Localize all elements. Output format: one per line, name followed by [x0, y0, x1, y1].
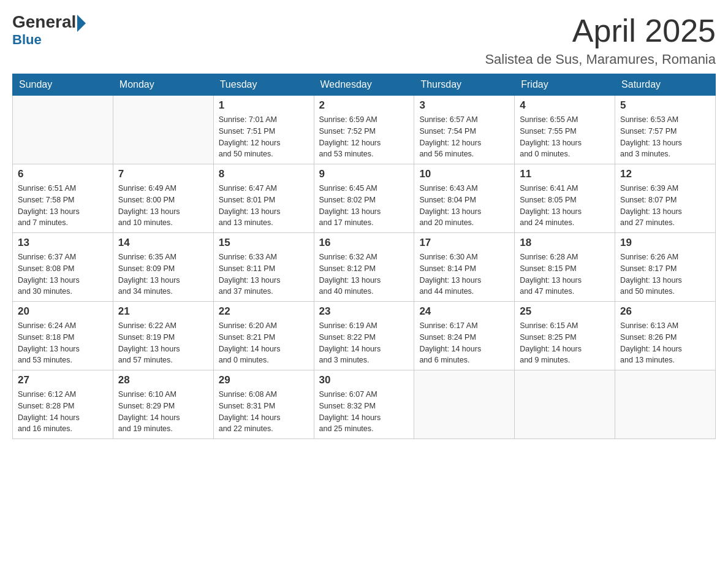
- calendar-cell: 26Sunrise: 6:13 AM Sunset: 8:26 PM Dayli…: [615, 302, 716, 370]
- calendar-cell: 15Sunrise: 6:33 AM Sunset: 8:11 PM Dayli…: [213, 233, 314, 302]
- day-number: 10: [419, 168, 509, 180]
- calendar-cell: 17Sunrise: 6:30 AM Sunset: 8:14 PM Dayli…: [414, 233, 515, 302]
- logo-arrow-icon: [77, 15, 86, 32]
- calendar-cell: 14Sunrise: 6:35 AM Sunset: 8:09 PM Dayli…: [113, 233, 213, 302]
- day-info: Sunrise: 6:17 AM Sunset: 8:24 PM Dayligh…: [419, 320, 509, 366]
- day-info: Sunrise: 7:01 AM Sunset: 7:51 PM Dayligh…: [219, 114, 309, 160]
- day-info: Sunrise: 6:47 AM Sunset: 8:01 PM Dayligh…: [219, 183, 309, 229]
- calendar-cell: [13, 96, 113, 164]
- calendar-week-1: 1Sunrise: 7:01 AM Sunset: 7:51 PM Daylig…: [13, 96, 716, 164]
- calendar-cell: 9Sunrise: 6:45 AM Sunset: 8:02 PM Daylig…: [314, 164, 414, 233]
- calendar-cell: [414, 370, 515, 439]
- day-number: 23: [319, 305, 409, 318]
- month-title: April 2025: [485, 12, 716, 49]
- day-number: 25: [520, 305, 610, 318]
- day-number: 20: [18, 305, 108, 318]
- calendar-cell: 21Sunrise: 6:22 AM Sunset: 8:19 PM Dayli…: [113, 302, 213, 370]
- calendar-cell: 18Sunrise: 6:28 AM Sunset: 8:15 PM Dayli…: [515, 233, 615, 302]
- calendar-week-2: 6Sunrise: 6:51 AM Sunset: 7:58 PM Daylig…: [13, 164, 716, 233]
- day-number: 12: [620, 168, 710, 180]
- day-info: Sunrise: 6:53 AM Sunset: 7:57 PM Dayligh…: [620, 114, 710, 160]
- weekday-header-tuesday: Tuesday: [213, 74, 314, 96]
- calendar-cell: 1Sunrise: 7:01 AM Sunset: 7:51 PM Daylig…: [213, 96, 314, 164]
- title-section: April 2025 Salistea de Sus, Maramures, R…: [485, 12, 716, 67]
- calendar-cell: 10Sunrise: 6:43 AM Sunset: 8:04 PM Dayli…: [414, 164, 515, 233]
- weekday-header-wednesday: Wednesday: [314, 74, 414, 96]
- day-number: 8: [219, 168, 309, 180]
- logo-blue-text: Blue: [12, 32, 42, 48]
- day-info: Sunrise: 6:07 AM Sunset: 8:32 PM Dayligh…: [319, 389, 409, 435]
- day-info: Sunrise: 6:13 AM Sunset: 8:26 PM Dayligh…: [620, 320, 710, 366]
- calendar-cell: [113, 96, 213, 164]
- calendar-cell: 23Sunrise: 6:19 AM Sunset: 8:22 PM Dayli…: [314, 302, 414, 370]
- calendar-cell: 4Sunrise: 6:55 AM Sunset: 7:55 PM Daylig…: [515, 96, 615, 164]
- day-number: 21: [118, 305, 208, 318]
- day-number: 29: [219, 374, 309, 386]
- calendar-cell: 5Sunrise: 6:53 AM Sunset: 7:57 PM Daylig…: [615, 96, 716, 164]
- calendar-cell: 30Sunrise: 6:07 AM Sunset: 8:32 PM Dayli…: [314, 370, 414, 439]
- calendar-cell: 19Sunrise: 6:26 AM Sunset: 8:17 PM Dayli…: [615, 233, 716, 302]
- calendar-cell: 25Sunrise: 6:15 AM Sunset: 8:25 PM Dayli…: [515, 302, 615, 370]
- calendar-cell: 11Sunrise: 6:41 AM Sunset: 8:05 PM Dayli…: [515, 164, 615, 233]
- day-info: Sunrise: 6:15 AM Sunset: 8:25 PM Dayligh…: [520, 320, 610, 366]
- day-info: Sunrise: 6:24 AM Sunset: 8:18 PM Dayligh…: [18, 320, 108, 366]
- day-number: 15: [219, 237, 309, 249]
- calendar-cell: 29Sunrise: 6:08 AM Sunset: 8:31 PM Dayli…: [213, 370, 314, 439]
- day-number: 6: [18, 168, 108, 180]
- calendar-cell: 6Sunrise: 6:51 AM Sunset: 7:58 PM Daylig…: [13, 164, 113, 233]
- day-number: 14: [118, 237, 208, 249]
- day-info: Sunrise: 6:59 AM Sunset: 7:52 PM Dayligh…: [319, 114, 409, 160]
- logo: General Blue: [12, 12, 86, 48]
- day-number: 26: [620, 305, 710, 318]
- calendar-week-5: 27Sunrise: 6:12 AM Sunset: 8:28 PM Dayli…: [13, 370, 716, 439]
- day-info: Sunrise: 6:26 AM Sunset: 8:17 PM Dayligh…: [620, 251, 710, 297]
- calendar-cell: 7Sunrise: 6:49 AM Sunset: 8:00 PM Daylig…: [113, 164, 213, 233]
- day-info: Sunrise: 6:08 AM Sunset: 8:31 PM Dayligh…: [219, 389, 309, 435]
- day-number: 7: [118, 168, 208, 180]
- calendar-cell: 27Sunrise: 6:12 AM Sunset: 8:28 PM Dayli…: [13, 370, 113, 439]
- calendar-cell: [515, 370, 615, 439]
- day-info: Sunrise: 6:45 AM Sunset: 8:02 PM Dayligh…: [319, 183, 409, 229]
- weekday-header-sunday: Sunday: [13, 74, 113, 96]
- calendar-cell: 28Sunrise: 6:10 AM Sunset: 8:29 PM Dayli…: [113, 370, 213, 439]
- calendar-cell: [615, 370, 716, 439]
- day-info: Sunrise: 6:12 AM Sunset: 8:28 PM Dayligh…: [18, 389, 108, 435]
- weekday-header-friday: Friday: [515, 74, 615, 96]
- day-number: 3: [419, 99, 509, 112]
- calendar-cell: 24Sunrise: 6:17 AM Sunset: 8:24 PM Dayli…: [414, 302, 515, 370]
- calendar-week-4: 20Sunrise: 6:24 AM Sunset: 8:18 PM Dayli…: [13, 302, 716, 370]
- calendar-cell: 2Sunrise: 6:59 AM Sunset: 7:52 PM Daylig…: [314, 96, 414, 164]
- location-title: Salistea de Sus, Maramures, Romania: [485, 52, 716, 67]
- day-info: Sunrise: 6:39 AM Sunset: 8:07 PM Dayligh…: [620, 183, 710, 229]
- weekday-header-thursday: Thursday: [414, 74, 515, 96]
- day-info: Sunrise: 6:33 AM Sunset: 8:11 PM Dayligh…: [219, 251, 309, 297]
- day-number: 2: [319, 99, 409, 112]
- day-info: Sunrise: 6:37 AM Sunset: 8:08 PM Dayligh…: [18, 251, 108, 297]
- day-info: Sunrise: 6:22 AM Sunset: 8:19 PM Dayligh…: [118, 320, 208, 366]
- calendar-cell: 22Sunrise: 6:20 AM Sunset: 8:21 PM Dayli…: [213, 302, 314, 370]
- day-info: Sunrise: 6:49 AM Sunset: 8:00 PM Dayligh…: [118, 183, 208, 229]
- day-number: 17: [419, 237, 509, 249]
- day-info: Sunrise: 6:28 AM Sunset: 8:15 PM Dayligh…: [520, 251, 610, 297]
- day-number: 9: [319, 168, 409, 180]
- day-info: Sunrise: 6:41 AM Sunset: 8:05 PM Dayligh…: [520, 183, 610, 229]
- calendar-header-row: SundayMondayTuesdayWednesdayThursdayFrid…: [13, 74, 716, 96]
- day-number: 24: [419, 305, 509, 318]
- weekday-header-saturday: Saturday: [615, 74, 716, 96]
- day-number: 19: [620, 237, 710, 249]
- page-header: General Blue April 2025 Salistea de Sus,…: [12, 12, 716, 67]
- calendar-cell: 12Sunrise: 6:39 AM Sunset: 8:07 PM Dayli…: [615, 164, 716, 233]
- calendar-cell: 3Sunrise: 6:57 AM Sunset: 7:54 PM Daylig…: [414, 96, 515, 164]
- day-info: Sunrise: 6:55 AM Sunset: 7:55 PM Dayligh…: [520, 114, 610, 160]
- day-number: 4: [520, 99, 610, 112]
- day-info: Sunrise: 6:35 AM Sunset: 8:09 PM Dayligh…: [118, 251, 208, 297]
- day-number: 28: [118, 374, 208, 386]
- calendar-table: SundayMondayTuesdayWednesdayThursdayFrid…: [12, 74, 716, 439]
- calendar-cell: 20Sunrise: 6:24 AM Sunset: 8:18 PM Dayli…: [13, 302, 113, 370]
- day-number: 27: [18, 374, 108, 386]
- day-number: 22: [219, 305, 309, 318]
- day-number: 30: [319, 374, 409, 386]
- calendar-week-3: 13Sunrise: 6:37 AM Sunset: 8:08 PM Dayli…: [13, 233, 716, 302]
- day-info: Sunrise: 6:19 AM Sunset: 8:22 PM Dayligh…: [319, 320, 409, 366]
- day-info: Sunrise: 6:30 AM Sunset: 8:14 PM Dayligh…: [419, 251, 509, 297]
